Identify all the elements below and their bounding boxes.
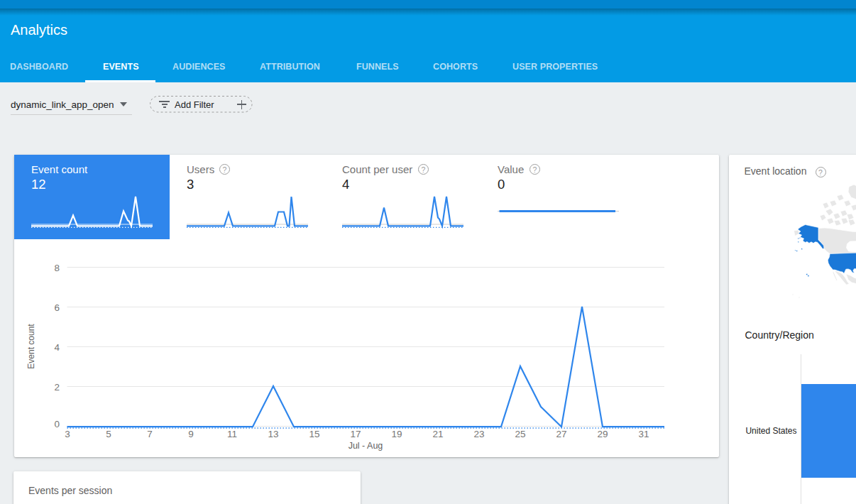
svg-text:5: 5 (106, 429, 111, 439)
svg-text:21: 21 (432, 429, 443, 439)
svg-text:19: 19 (391, 429, 402, 439)
svg-text:0: 0 (54, 419, 60, 429)
svg-text:Jul - Aug: Jul - Aug (349, 441, 383, 451)
svg-text:11: 11 (227, 429, 237, 439)
svg-text:3: 3 (65, 429, 70, 439)
svg-text:4: 4 (54, 342, 60, 353)
svg-text:7: 7 (147, 429, 153, 439)
svg-text:9: 9 (188, 429, 194, 439)
svg-text:6: 6 (54, 302, 60, 313)
svg-text:27: 27 (556, 429, 566, 439)
svg-text:2: 2 (54, 382, 60, 393)
svg-text:25: 25 (515, 429, 525, 439)
svg-text:23: 23 (473, 429, 484, 439)
svg-text:29: 29 (597, 429, 608, 439)
svg-text:Event count: Event count (26, 324, 36, 369)
svg-text:15: 15 (309, 429, 319, 439)
svg-text:31: 31 (638, 429, 649, 439)
svg-text:17: 17 (350, 429, 361, 439)
svg-text:8: 8 (54, 263, 60, 273)
svg-text:13: 13 (268, 429, 278, 439)
